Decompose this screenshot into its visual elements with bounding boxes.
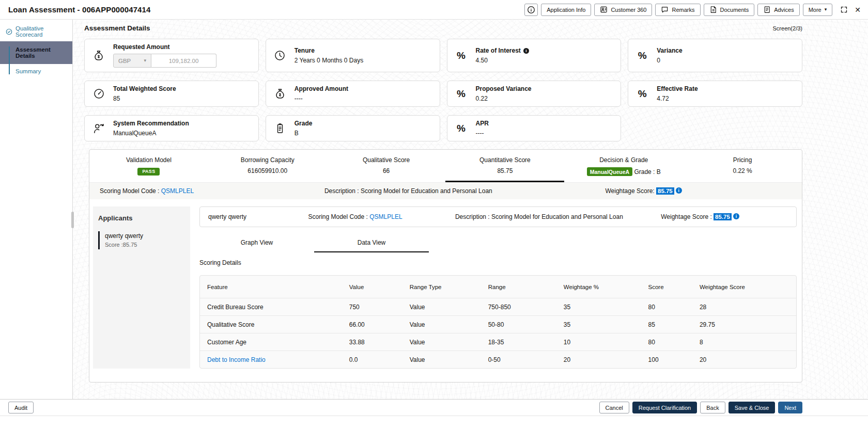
documents-button[interactable]: Documents — [704, 4, 755, 16]
weightage-info-icon[interactable]: i — [733, 213, 739, 219]
scoring-model-code-link[interactable]: QSMLPLEL — [161, 187, 194, 195]
tab-graph-view[interactable]: Graph View — [199, 236, 314, 252]
tab-value: 616059910.00 — [208, 167, 327, 174]
detail-scoring-model-code: Scoring Model Code : QSMLPLEL — [308, 213, 455, 220]
feature-link-debt-to-income[interactable]: Debt to Income Ratio — [207, 356, 349, 363]
main-content: Assessment Details Screen(2/3) Requested… — [73, 20, 868, 399]
customer-card-icon — [600, 6, 608, 13]
info-button[interactable] — [524, 4, 538, 16]
app-body: Qualitative Scorecard Assessment Details… — [0, 20, 868, 399]
card-value: 2 Years 0 Months 0 Days — [295, 57, 363, 64]
card-value: 0.22 — [476, 95, 532, 102]
filled-circle-icon — [6, 50, 12, 56]
cell-range: 0-50 — [488, 356, 564, 363]
card-system-recommendation: System Recommendation ManualQueueA — [84, 115, 259, 141]
table-header-row: Feature Value Range Type Range Weightage… — [200, 276, 796, 298]
remarks-label: Remarks — [672, 7, 694, 13]
advices-button[interactable]: Advices — [757, 4, 800, 16]
cell-weightage-score: 8 — [700, 339, 796, 346]
tab-label: Validation Model — [89, 156, 208, 164]
footer-actions: Cancel Request Clarification Back Save &… — [599, 402, 803, 413]
scoring-details-table: Feature Value Range Type Range Weightage… — [199, 275, 797, 369]
back-button[interactable]: Back — [700, 402, 725, 413]
code-label: Scoring Model Code : — [308, 213, 367, 220]
cell-value: 750 — [349, 304, 410, 311]
cancel-button[interactable]: Cancel — [599, 402, 629, 413]
next-button[interactable]: Next — [778, 402, 802, 413]
col-header: Range — [488, 284, 564, 290]
tab-data-view[interactable]: Data View — [314, 236, 429, 252]
col-header: Score — [648, 284, 700, 290]
request-clarification-button[interactable]: Request Clarification — [632, 402, 698, 413]
pending-circle-icon — [6, 68, 12, 74]
close-icon[interactable]: ✕ — [855, 6, 861, 13]
grade-text: Grade : B — [634, 168, 660, 176]
tab-validation-model[interactable]: Validation Model PASS — [89, 153, 208, 182]
card-label: Total Weighted Score — [113, 85, 176, 92]
card-tenure: Tenure 2 Years 0 Months 0 Days — [266, 39, 440, 72]
clipboard-icon — [272, 122, 288, 135]
weightage-info-icon[interactable]: i — [676, 187, 682, 194]
card-label: Effective Rate — [657, 85, 698, 92]
tab-decision-grade[interactable]: Decision & Grade ManualQueueA Grade : B — [564, 153, 683, 182]
application-info-button[interactable]: Application Info — [541, 4, 591, 16]
expand-icon[interactable] — [840, 6, 848, 13]
tab-borrowing-capacity[interactable]: Borrowing Capacity 616059910.00 — [208, 153, 327, 182]
check-circle-icon — [6, 28, 12, 35]
cell-weightage-pct: 35 — [564, 304, 648, 311]
tab-label: Borrowing Capacity — [208, 156, 327, 164]
card-value: 85 — [113, 95, 176, 102]
detail-description: Description : Scoring Model for Educatio… — [455, 213, 661, 220]
card-approved-amount: Approved Amount ---- — [266, 81, 440, 107]
col-header: Range Type — [410, 284, 488, 290]
customer-360-button[interactable]: Customer 360 — [594, 4, 652, 16]
cell-value: 0.0 — [349, 356, 410, 363]
card-grade: Grade B — [266, 115, 440, 141]
currency-select[interactable]: GBP ▾ — [113, 54, 151, 68]
advices-label: Advices — [774, 7, 794, 13]
sidebar-stepper: Qualitative Scorecard Assessment Details… — [0, 20, 73, 399]
card-label: APR — [476, 120, 489, 127]
table-row: Customer Age 33.88 Value 18-35 10 80 8 — [200, 333, 796, 351]
chevron-down-icon: ▾ — [144, 58, 146, 63]
weightage-score-badge: 85.75 — [656, 187, 674, 195]
card-label: Approved Amount — [295, 85, 348, 92]
applicant-list-item[interactable]: qwerty qwerty Score :85.75 — [98, 231, 185, 249]
applicant-name: qwerty qwerty — [105, 232, 185, 240]
cell-score: 80 — [648, 304, 700, 311]
percent-icon: % — [454, 50, 469, 61]
customer-360-label: Customer 360 — [611, 7, 646, 13]
applicant-detail: qwerty qwerty Scoring Model Code : QSMLP… — [199, 206, 798, 369]
audit-button[interactable]: Audit — [8, 402, 34, 413]
card-apr: % APR ---- — [447, 115, 622, 141]
sidebar-item-qualitative-scorecard[interactable]: Qualitative Scorecard — [0, 22, 72, 41]
more-button[interactable]: More ▾ — [803, 4, 833, 16]
tab-qualitative-score[interactable]: Qualitative Score 66 — [327, 153, 446, 182]
rate-info-icon[interactable]: i — [523, 48, 529, 54]
cell-feature: Qualitative Score — [207, 321, 349, 328]
summary-tab-strip: Validation Model PASS Borrowing Capacity… — [89, 150, 802, 182]
percent-icon: % — [454, 88, 469, 100]
tab-label: Decision & Grade — [564, 156, 683, 164]
cell-range-type: Value — [410, 321, 488, 328]
remarks-button[interactable]: Remarks — [655, 4, 700, 16]
assessment-cards: Requested Amount GBP ▾ Tenure — [84, 39, 802, 141]
cell-value: 33.88 — [349, 339, 410, 346]
cell-range-type: Value — [410, 356, 488, 363]
card-label: Variance — [657, 47, 682, 54]
sidebar-item-summary[interactable]: Summary — [0, 64, 72, 78]
empty-grid-cell — [628, 115, 802, 141]
tab-pricing[interactable]: Pricing 0.22 % — [683, 153, 802, 182]
panel-resize-handle[interactable] — [71, 212, 74, 228]
requested-amount-input[interactable] — [151, 54, 216, 68]
scoring-model-code-link[interactable]: QSMLPLEL — [369, 213, 402, 220]
detail-weightage-score: Weightage Score : 85.75i — [661, 213, 796, 220]
card-value: 4.50 — [476, 57, 529, 64]
save-and-close-button[interactable]: Save & Close — [729, 402, 776, 413]
validation-pass-badge: PASS — [137, 168, 160, 176]
sidebar-item-assessment-details[interactable]: Assessment Details — [0, 41, 72, 64]
window-controls: ✕ — [840, 6, 861, 13]
tab-quantitative-score[interactable]: Quantitative Score 85.75 — [445, 153, 564, 182]
percent-icon: % — [634, 50, 650, 61]
percent-icon: % — [634, 88, 650, 100]
